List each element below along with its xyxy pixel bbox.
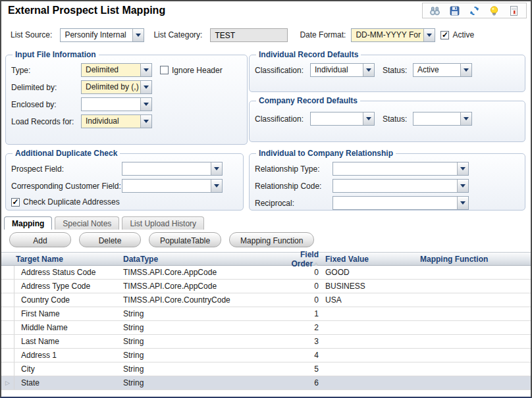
table-row[interactable]: Address Status Code TIMSS.API.Core.AppCo… [1, 266, 531, 280]
prospect-field-label: Prospect Field: [11, 164, 122, 174]
refresh-icon[interactable] [469, 5, 480, 16]
mapping-table-body: Address Status Code TIMSS.API.Core.AppCo… [1, 266, 531, 390]
prospect-field-dropdown[interactable] [122, 162, 223, 176]
section-title: Company Record Defaults [256, 96, 360, 105]
right-column: Individual Record Defaults Classificatio… [249, 50, 525, 145]
section-title: Individual to Company Relationship [256, 149, 396, 158]
table-row[interactable]: ▷ State String 6 [1, 376, 531, 390]
chevron-down-icon [140, 81, 151, 93]
chevron-down-icon [211, 180, 222, 192]
row-indicator [1, 307, 14, 320]
row-indicator-header [1, 253, 14, 265]
corresponding-customer-field-dropdown[interactable] [122, 179, 223, 193]
report-icon[interactable] [508, 5, 519, 16]
relationship-code-label: Relationship Code: [255, 182, 332, 191]
row-indicator [1, 362, 14, 376]
chevron-down-icon [211, 162, 222, 175]
chevron-down-icon [140, 64, 151, 76]
row-indicator: ▷ [1, 376, 14, 389]
tab-strip: Mapping Special Notes List Upload Histor… [4, 216, 531, 230]
reciprocal-dropdown[interactable] [332, 196, 469, 210]
enclosed-by-dropdown[interactable] [81, 97, 152, 111]
company-classification-dropdown[interactable] [310, 112, 375, 126]
chevron-down-icon [460, 64, 471, 76]
toolbar [422, 3, 527, 18]
column-header-field-order[interactable]: Field Order▲ [284, 250, 323, 268]
section-title: Additional Duplicate Check [13, 149, 120, 158]
column-header-target-name[interactable]: Target Name [14, 255, 123, 264]
delete-button[interactable]: Delete [79, 232, 141, 247]
add-button[interactable]: Add [9, 232, 71, 247]
section-title: Individual Record Defaults [256, 50, 361, 59]
sort-ascending-icon: ▲ [313, 261, 319, 267]
classification-label: Classification: [255, 66, 310, 75]
table-row[interactable]: Address Type Code TIMSS.API.Core.AppCode… [1, 280, 531, 293]
save-icon[interactable] [449, 5, 460, 16]
row-indicator [1, 335, 14, 348]
mapping-function-button[interactable]: Mapping Function [229, 232, 314, 247]
section-company-record-defaults: Company Record Defaults Classification: … [249, 96, 525, 142]
delimited-by-dropdown[interactable]: Delimited by (,) [81, 80, 152, 94]
type-dropdown[interactable]: Delimited [81, 63, 152, 77]
mapping-table: Target Name DataType Field Order▲ Fixed … [1, 252, 531, 390]
row-indicator [1, 349, 14, 362]
table-row[interactable]: City String 5 [1, 362, 531, 376]
individual-classification-dropdown[interactable]: Individual [310, 63, 375, 77]
chevron-down-icon [363, 64, 374, 76]
load-records-dropdown[interactable]: Individual [81, 114, 152, 128]
tab-mapping[interactable]: Mapping [4, 216, 52, 230]
chevron-down-icon [423, 29, 435, 41]
chevron-down-icon [457, 197, 468, 209]
tab-list-upload-history[interactable]: List Upload History [122, 216, 204, 230]
table-row[interactable]: Middle Name String 2 [1, 321, 531, 335]
list-source-dropdown[interactable]: Personify Internal [60, 28, 144, 42]
company-status-dropdown[interactable] [413, 112, 472, 126]
chevron-down-icon [132, 29, 144, 41]
relationship-code-dropdown[interactable] [332, 179, 469, 193]
row-indicator [1, 280, 14, 293]
corresponding-customer-field-label: Corresponding Customer Field: [11, 182, 122, 191]
status-label: Status: [383, 66, 413, 75]
section-additional-duplicate-check: Additional Duplicate Check Prospect Fiel… [5, 149, 244, 211]
active-checkbox[interactable]: Active [440, 30, 474, 39]
chevron-down-icon [457, 180, 468, 192]
individual-status-dropdown[interactable]: Active [413, 63, 472, 77]
row-indicator [1, 321, 14, 334]
table-row[interactable]: Address 1 String 4 [1, 349, 531, 362]
relationship-type-label: Relationship Type: [255, 164, 332, 174]
tab-special-notes[interactable]: Special Notes [55, 216, 119, 230]
column-header-datatype[interactable]: DataType [123, 255, 284, 264]
enclosed-by-label: Enclosed by: [11, 100, 81, 109]
date-format-dropdown[interactable]: DD-MM-YYYY For [351, 28, 435, 42]
top-form: List Source: Personify Internal List Cat… [1, 28, 531, 42]
relationship-type-dropdown[interactable] [332, 162, 469, 176]
lightbulb-icon[interactable] [489, 5, 500, 16]
table-row[interactable]: Last Name String 3 [1, 335, 531, 349]
check-duplicate-addresses-checkbox[interactable]: Check Duplicate Addresses [11, 197, 134, 207]
chevron-down-icon [460, 112, 471, 125]
chevron-down-icon [140, 115, 151, 128]
chevron-down-icon [363, 112, 374, 125]
section-title: Input File Information [13, 50, 99, 59]
section-individual-record-defaults: Individual Record Defaults Classificatio… [249, 50, 525, 92]
binoculars-icon[interactable] [429, 5, 440, 16]
column-header-mapping-function[interactable]: Mapping Function [420, 255, 531, 264]
delimited-by-label: Delimited by: [11, 83, 81, 92]
table-row[interactable]: First Name String 1 [1, 307, 531, 321]
reciprocal-label: Reciprocal: [255, 199, 332, 208]
title-bar: External Prospect List Mapping [1, 1, 531, 22]
list-source-label: List Source: [11, 30, 52, 39]
type-label: Type: [11, 66, 81, 75]
row-indicator [1, 293, 14, 307]
status-label: Status: [383, 114, 413, 124]
table-header: Target Name DataType Field Order▲ Fixed … [1, 252, 531, 266]
sections-grid: Input File Information Type: Delimited I… [1, 50, 531, 211]
table-row[interactable]: Country Code TIMSS.API.Core.CountryCode … [1, 293, 531, 307]
classification-label: Classification: [255, 114, 310, 124]
populate-table-button[interactable]: PopulateTable [149, 232, 221, 247]
section-individual-to-company-relationship: Individual to Company Relationship Relat… [249, 149, 525, 211]
list-category-input[interactable] [210, 28, 288, 42]
section-input-file-information: Input File Information Type: Delimited I… [5, 50, 248, 145]
ignore-header-checkbox[interactable]: Ignore Header [160, 66, 242, 75]
column-header-fixed-value[interactable]: Fixed Value [323, 255, 420, 264]
